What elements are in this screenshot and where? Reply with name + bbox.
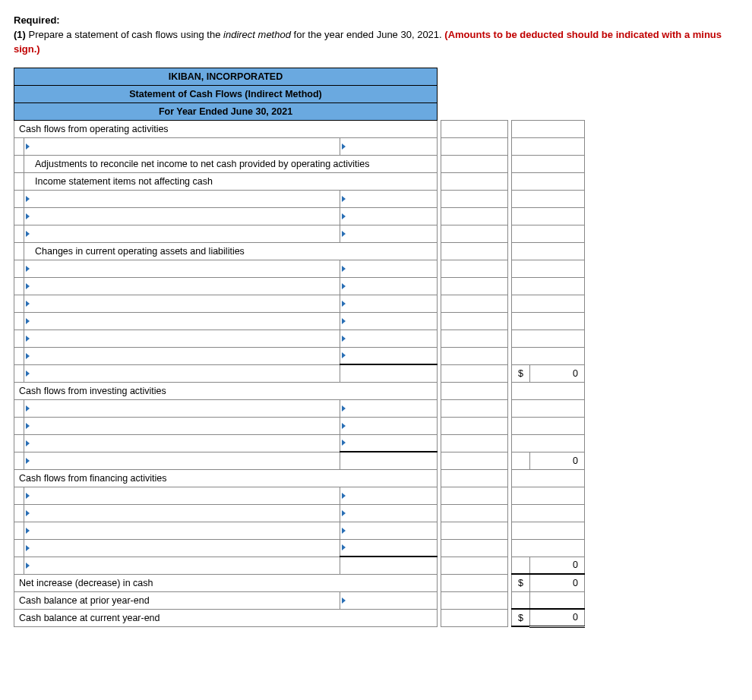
amount-input[interactable] — [340, 260, 438, 277]
dropdown-cell[interactable] — [24, 347, 340, 364]
dropdown-cell[interactable] — [24, 207, 340, 225]
instr-italic: indirect method — [223, 29, 291, 40]
investing-section-label: Cash flows from investing activities — [14, 382, 438, 399]
operating-section-label: Cash flows from operating activities — [14, 120, 438, 137]
dropdown-cell[interactable] — [24, 417, 340, 434]
currency-symbol: $ — [512, 364, 530, 382]
cash-flow-table: IKIBAN, INCORPORATED Statement of Cash F… — [14, 68, 585, 628]
prior-balance-value[interactable] — [530, 591, 585, 609]
amount-input[interactable] — [340, 522, 438, 539]
dropdown-cell[interactable] — [24, 225, 340, 242]
dropdown-cell[interactable] — [24, 539, 340, 557]
dropdown-cell[interactable] — [24, 260, 340, 277]
amount-input[interactable] — [340, 539, 438, 557]
amount-input[interactable] — [340, 434, 438, 452]
changes-label: Changes in current operating assets and … — [24, 242, 438, 260]
item-number: (1) — [14, 29, 26, 40]
dropdown-cell[interactable] — [24, 137, 340, 155]
amount-input[interactable] — [340, 504, 438, 522]
dropdown-cell[interactable] — [24, 364, 340, 382]
net-increase-label: Net increase (decrease) in cash — [14, 574, 438, 591]
income-items-label: Income statement items not affecting cas… — [24, 172, 438, 190]
amount-input[interactable] — [340, 312, 438, 330]
dropdown-cell[interactable] — [24, 312, 340, 330]
current-balance-label: Cash balance at current year-end — [14, 609, 438, 626]
amount-input[interactable] — [340, 330, 438, 347]
current-balance-value: 0 — [530, 609, 585, 626]
currency-symbol: $ — [512, 574, 530, 591]
amount-input[interactable] — [340, 137, 438, 155]
header-company: IKIBAN, INCORPORATED — [14, 68, 438, 85]
amount-input[interactable] — [340, 295, 438, 312]
instructions-block: Required: (1) Prepare a statement of cas… — [14, 14, 738, 57]
header-title: Statement of Cash Flows (Indirect Method… — [14, 85, 438, 102]
dropdown-cell[interactable] — [24, 277, 340, 295]
currency-symbol: $ — [512, 609, 530, 626]
investing-total: 0 — [530, 452, 585, 469]
amount-input[interactable] — [340, 190, 438, 207]
amount-input[interactable] — [340, 487, 438, 504]
operating-total: 0 — [530, 364, 585, 382]
adjustments-label: Adjustments to reconcile net income to n… — [24, 155, 438, 172]
financing-section-label: Cash flows from financing activities — [14, 469, 438, 487]
net-increase-value: 0 — [530, 574, 585, 591]
required-label: Required: — [14, 14, 60, 26]
amount-input[interactable] — [340, 347, 438, 364]
instr-text-a: Prepare a statement of cash flows using … — [26, 29, 223, 40]
amount-input[interactable] — [340, 417, 438, 434]
dropdown-cell[interactable] — [24, 487, 340, 504]
amount-input[interactable] — [340, 225, 438, 242]
amount-input[interactable] — [340, 399, 438, 417]
dropdown-cell[interactable] — [24, 434, 340, 452]
dropdown-cell[interactable] — [24, 399, 340, 417]
dropdown-cell[interactable] — [24, 295, 340, 312]
instr-text-b: for the year ended June 30, 2021. — [291, 29, 444, 40]
dropdown-cell[interactable] — [24, 522, 340, 539]
amount-input[interactable] — [340, 277, 438, 295]
amount-input[interactable] — [340, 591, 438, 609]
prior-balance-label: Cash balance at prior year-end — [14, 591, 340, 609]
dropdown-cell[interactable] — [24, 190, 340, 207]
header-period: For Year Ended June 30, 2021 — [14, 102, 438, 120]
financing-total: 0 — [530, 557, 585, 574]
amount-input[interactable] — [340, 207, 438, 225]
dropdown-cell[interactable] — [24, 330, 340, 347]
dropdown-cell[interactable] — [24, 504, 340, 522]
dropdown-cell[interactable] — [24, 557, 340, 574]
dropdown-cell[interactable] — [24, 452, 340, 469]
